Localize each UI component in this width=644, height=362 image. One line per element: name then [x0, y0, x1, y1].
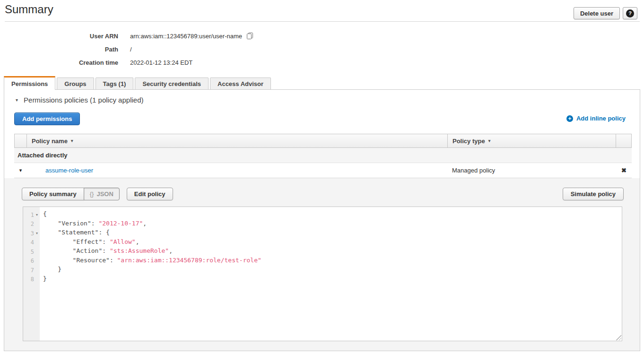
code-line[interactable]: "Effect": "Allow", [43, 238, 622, 248]
editor-code[interactable]: { "Version": "2012-10-17", "Statement": … [40, 207, 622, 341]
section-title: Permissions policies (1 policy applied) [24, 96, 143, 104]
line-number: 6 [23, 258, 34, 264]
tab-bar: Permissions Groups Tags (1) Security cre… [4, 76, 271, 89]
tab-permissions[interactable]: Permissions [4, 76, 55, 90]
permissions-policies-section-header[interactable]: ▾ Permissions policies (1 policy applied… [16, 96, 143, 104]
actions-column-header [616, 134, 631, 147]
code-line[interactable]: } [43, 275, 622, 284]
code-line[interactable]: "Version": "2012-10-17", [43, 220, 622, 229]
tab-security-credentials[interactable]: Security credentials [135, 78, 209, 89]
policy-type-header-label: Policy type [453, 138, 485, 145]
policy-detail-area: Policy summary {} JSON Edit policy Simul… [4, 178, 640, 351]
tab-tags[interactable]: Tags (1) [96, 78, 134, 89]
policy-name-header-label: Policy name [32, 138, 68, 145]
code-line[interactable]: } [43, 266, 622, 275]
policy-name-link[interactable]: assume-role-user [45, 167, 93, 174]
code-line[interactable]: "Action": "sts:AssumeRole", [43, 247, 622, 257]
fold-caret-icon[interactable]: ▾ [34, 231, 40, 235]
row-expand-caret-icon[interactable]: ▾ [14, 167, 27, 173]
add-inline-policy-label: Add inline policy [576, 115, 626, 122]
sort-caret-icon: ▾ [71, 138, 73, 143]
page-title: Summary [5, 3, 53, 16]
simulate-policy-button[interactable]: Simulate policy [563, 188, 624, 200]
tab-groups[interactable]: Groups [57, 78, 94, 89]
policy-table-row: ▾ assume-role-user Managed policy ✖ [14, 163, 632, 178]
json-button-label: JSON [96, 190, 113, 198]
json-policy-editor: 1▾23▾45678 { "Version": "2012-10-17", "S… [23, 207, 622, 341]
attached-directly-group-row: Attached directly [14, 148, 632, 163]
policies-table-header: Policy name ▾ Policy type ▾ [14, 134, 632, 148]
gutter-line: 3▾ [23, 229, 40, 238]
path-value: / [130, 46, 132, 53]
line-number: 5 [23, 249, 34, 255]
plus-icon: + [566, 115, 573, 122]
remove-policy-icon[interactable]: ✖ [616, 167, 632, 174]
delete-user-button[interactable]: Delete user [574, 7, 620, 19]
add-inline-policy-link[interactable]: + Add inline policy [566, 115, 626, 122]
editor-gutter: 1▾23▾45678 [23, 207, 40, 341]
tab-access-advisor[interactable]: Access Advisor [210, 78, 271, 89]
policy-view-toggle: Policy summary {} JSON Edit policy [22, 188, 173, 200]
line-number: 3 [23, 230, 34, 237]
policy-name-column-header[interactable]: Policy name ▾ [27, 134, 447, 147]
copy-arn-icon[interactable] [246, 32, 253, 40]
gutter-line: 4 [23, 238, 40, 248]
detail-row-user-arn: User ARN arn:aws:iam::123456789:user/use… [0, 29, 253, 43]
detail-row-creation-time: Creation time 2022-01-12 13:24 EDT [0, 56, 253, 69]
help-button[interactable]: ? [623, 7, 637, 19]
policy-type-column-header[interactable]: Policy type ▾ [447, 134, 616, 147]
policies-table: Policy name ▾ Policy type ▾ Attached dir… [14, 134, 632, 178]
gutter-line: 6 [23, 257, 40, 266]
line-number: 1 [23, 212, 34, 218]
line-number: 4 [23, 239, 34, 246]
title-divider [5, 21, 640, 22]
group-row-label: Attached directly [17, 152, 67, 159]
collapse-caret-icon: ▾ [16, 98, 18, 103]
expander-column-header [15, 134, 27, 147]
add-permissions-button[interactable]: Add permissions [14, 112, 80, 125]
question-mark-icon: ? [626, 9, 634, 17]
creation-time-value: 2022-01-12 13:24 EDT [130, 59, 192, 66]
policy-summary-button[interactable]: Policy summary [22, 188, 84, 200]
permissions-tab-panel: ▾ Permissions policies (1 policy applied… [4, 89, 640, 351]
line-number: 2 [23, 221, 34, 227]
gutter-line: 2 [23, 220, 40, 229]
gutter-line: 5 [23, 247, 40, 257]
path-label: Path [0, 46, 118, 53]
policy-type-cell: Managed policy [447, 167, 616, 174]
gutter-line: 7 [23, 266, 40, 275]
header-actions: Delete user ? [574, 7, 637, 19]
iam-user-summary-page: Summary Delete user ? User ARN arn:aws:i… [0, 0, 644, 362]
sort-caret-icon: ▾ [488, 138, 491, 143]
user-details: User ARN arn:aws:iam::123456789:user/use… [0, 29, 253, 69]
line-number: 7 [23, 267, 34, 274]
edit-policy-button[interactable]: Edit policy [127, 188, 173, 200]
fold-caret-icon[interactable]: ▾ [34, 213, 40, 217]
gutter-line: 8 [23, 275, 40, 284]
user-arn-label: User ARN [0, 33, 118, 40]
user-arn-value: arn:aws:iam::123456789:user/user-name [130, 33, 242, 40]
gutter-line: 1▾ [23, 210, 40, 220]
line-number: 8 [23, 276, 34, 283]
code-line[interactable]: "Resource": "arn:aws:iam::123456789:role… [43, 257, 622, 266]
json-view-button[interactable]: {} JSON [84, 188, 120, 200]
braces-icon: {} [90, 190, 94, 198]
code-line[interactable]: { [43, 210, 622, 220]
creation-time-label: Creation time [0, 59, 118, 66]
code-line[interactable]: "Statement": { [43, 229, 622, 238]
detail-row-path: Path / [0, 43, 253, 56]
